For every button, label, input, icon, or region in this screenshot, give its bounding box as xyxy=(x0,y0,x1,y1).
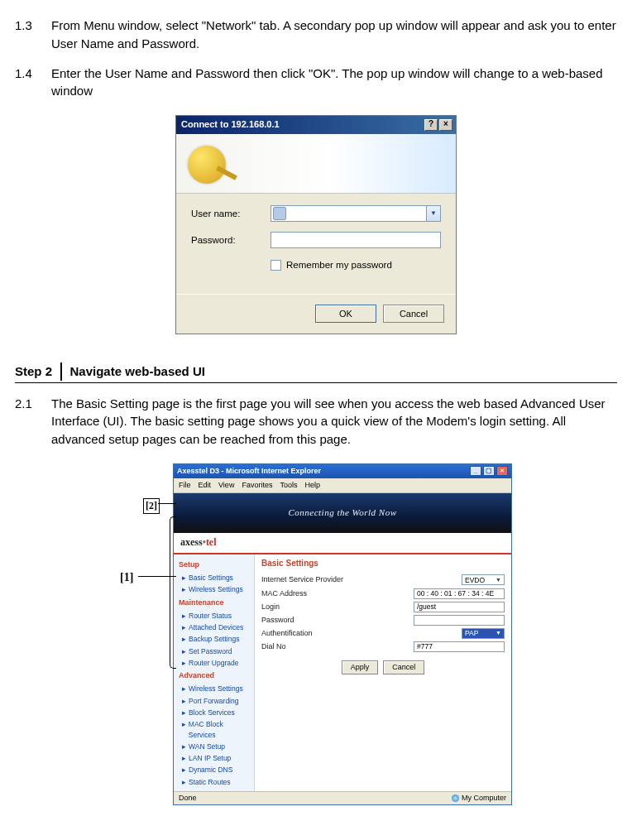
arrow-icon: ▸ xyxy=(182,753,189,763)
arrow-icon: ▸ xyxy=(182,634,189,644)
chevron-down-icon: ▼ xyxy=(496,576,501,584)
sidebar-item[interactable]: ▸Router Status xyxy=(174,610,254,622)
password-label: Password: xyxy=(191,233,271,247)
arrow-icon: ▸ xyxy=(182,658,189,668)
field-label: Password xyxy=(261,615,414,626)
password-input[interactable] xyxy=(271,232,441,248)
form-row: Password xyxy=(261,615,505,626)
connect-dialog-figure: Connect to 192.168.0.1 ? × User name: ▼ … xyxy=(15,115,617,334)
arrow-icon: ▸ xyxy=(182,573,189,583)
main-panel: Basic Settings Internet Service Provider… xyxy=(255,554,511,791)
instruction-2-1: 2.1 The Basic Setting page is the first … xyxy=(15,395,617,449)
arrow-icon: ▸ xyxy=(182,684,189,694)
select-input[interactable]: PAP▼ xyxy=(462,628,505,639)
dialog-banner xyxy=(176,134,456,194)
minimize-button[interactable]: _ xyxy=(470,466,481,476)
sidebar-item[interactable]: ▸Static Routes xyxy=(174,776,254,788)
sidebar-item[interactable]: ▸Backup Settings xyxy=(174,633,254,645)
step-number: 1.4 xyxy=(15,65,51,101)
sidebar-header: Advanced xyxy=(174,669,254,683)
arrow-icon: ▸ xyxy=(182,719,189,740)
sidebar-item[interactable]: ▸Basic Settings xyxy=(174,572,254,583)
form-row: MAC Address00 : 40 : 01 : 67 : 34 : 4E xyxy=(261,588,505,599)
arrow-icon: ▸ xyxy=(182,765,189,775)
instruction-1-4: 1.4 Enter the User Name and Password the… xyxy=(15,65,617,101)
text-input[interactable]: 00 : 40 : 01 : 67 : 34 : 4E xyxy=(414,588,505,599)
sidebar-item[interactable]: ▸Dynamic DNS xyxy=(174,764,254,775)
maximize-button[interactable]: ▢ xyxy=(483,466,495,476)
form-row: Dial No#777 xyxy=(261,641,505,652)
text-input[interactable]: /guest xyxy=(414,602,505,612)
remember-label: Remember my password xyxy=(286,258,392,272)
main-title: Basic Settings xyxy=(261,558,505,570)
field-label: MAC Address xyxy=(261,588,414,599)
step-2-label: Step 2 xyxy=(15,362,52,381)
arrow-icon: ▸ xyxy=(182,708,189,718)
browser-titlebar: Axesstel D3 - Microsoft Internet Explore… xyxy=(174,464,511,478)
security-zone: My Computer xyxy=(452,793,506,804)
step-number: 1.3 xyxy=(15,17,51,53)
browser-figure: [2] [1] Axesstel D3 - Microsoft Internet… xyxy=(15,463,617,805)
sidebar-item[interactable]: ▸Attached Devices xyxy=(174,622,254,633)
menu-tools[interactable]: Tools xyxy=(280,480,297,491)
dialog-title: Connect to 192.168.0.1 xyxy=(181,118,280,132)
arrow-icon: ▸ xyxy=(182,696,189,706)
sidebar-nav: Setup▸Basic Settings▸Wireless SettingsMa… xyxy=(174,554,255,791)
cancel-button[interactable]: Cancel xyxy=(383,660,424,674)
chevron-down-icon: ▼ xyxy=(496,629,501,637)
field-label: Dial No xyxy=(261,641,414,652)
browser-menu-bar: FileEditViewFavoritesToolsHelp xyxy=(174,478,511,493)
sidebar-item[interactable]: ▸LAN IP Setup xyxy=(174,752,254,764)
brand-logo: axess•tel xyxy=(180,535,217,550)
field-label: Authentification xyxy=(261,628,462,639)
sidebar-header: Setup xyxy=(174,558,254,572)
arrow-icon: ▸ xyxy=(182,622,189,632)
menu-help[interactable]: Help xyxy=(304,480,320,491)
apply-button[interactable]: Apply xyxy=(342,660,379,674)
browser-title: Axesstel D3 - Microsoft Internet Explore… xyxy=(177,466,321,477)
sidebar-item[interactable]: ▸WAN Setup xyxy=(174,741,254,752)
sidebar-item[interactable]: ▸MAC Block Services xyxy=(174,718,254,741)
step-text: The Basic Setting page is the first page… xyxy=(51,395,617,449)
step-number: 2.1 xyxy=(15,395,51,449)
arrow-icon: ▸ xyxy=(182,742,189,751)
form-row: AuthentificationPAP▼ xyxy=(261,628,505,639)
select-input[interactable]: EVDO▼ xyxy=(462,574,505,585)
cancel-button[interactable]: Cancel xyxy=(383,305,444,323)
step-text: Enter the User Name and Password then cl… xyxy=(51,65,617,101)
figure-callouts: [2] [1] xyxy=(120,463,173,679)
text-input[interactable] xyxy=(414,615,505,626)
help-button[interactable]: ? xyxy=(424,119,438,131)
menu-file[interactable]: File xyxy=(179,480,191,491)
sidebar-item[interactable]: ▸Wireless Settings xyxy=(174,583,254,595)
sidebar-item[interactable]: ▸Block Services xyxy=(174,707,254,718)
close-button[interactable]: × xyxy=(496,466,508,476)
field-label: Login xyxy=(261,602,414,612)
instruction-1-3: 1.3 From Menu window, select "Network" t… xyxy=(15,17,617,53)
keys-icon xyxy=(188,146,226,184)
sidebar-item[interactable]: ▸Port Forwarding xyxy=(174,695,254,707)
text-input[interactable]: #777 xyxy=(414,641,505,652)
menu-edit[interactable]: Edit xyxy=(199,480,212,491)
globe-icon xyxy=(452,794,459,802)
step-2-title: Navigate web-based UI xyxy=(70,362,205,381)
menu-favorites[interactable]: Favorites xyxy=(242,480,272,491)
sidebar-item[interactable]: ▸Wireless Settings xyxy=(174,683,254,694)
user-icon xyxy=(273,207,286,220)
close-button[interactable]: × xyxy=(439,119,452,131)
menu-view[interactable]: View xyxy=(218,480,234,491)
username-input[interactable]: ▼ xyxy=(271,205,441,222)
form-row: Login/guest xyxy=(261,602,505,612)
username-dropdown-button[interactable]: ▼ xyxy=(426,206,440,221)
remember-checkbox[interactable] xyxy=(271,260,281,271)
arrow-icon: ▸ xyxy=(182,611,189,621)
field-label: Internet Service Provider xyxy=(261,574,462,585)
ok-button[interactable]: OK xyxy=(315,305,376,323)
page-banner: Connecting the World Now xyxy=(174,493,511,533)
sidebar-item[interactable]: ▸Router Upgrade xyxy=(174,657,254,669)
browser-window: Axesstel D3 - Microsoft Internet Explore… xyxy=(173,463,512,805)
sidebar-item[interactable]: ▸Set Password xyxy=(174,646,254,657)
arrow-icon: ▸ xyxy=(182,646,189,656)
header-divider xyxy=(60,362,62,381)
connect-dialog: Connect to 192.168.0.1 ? × User name: ▼ … xyxy=(175,115,457,334)
